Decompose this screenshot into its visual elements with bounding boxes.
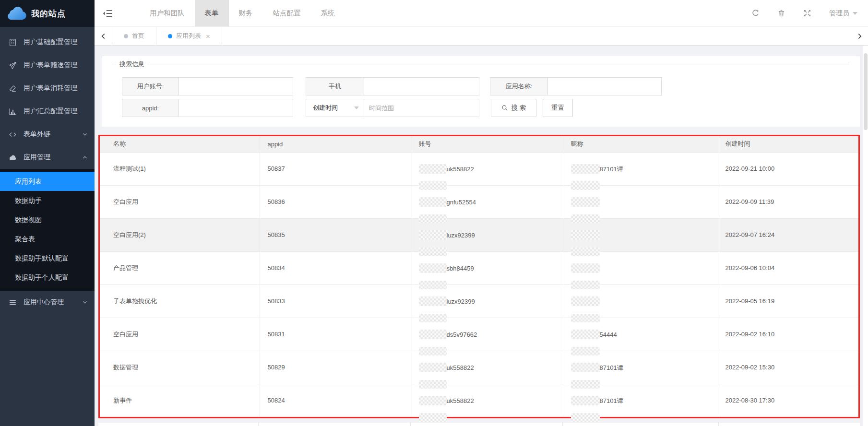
tab-dot-icon [168,34,172,38]
page-tab-label: 应用列表 [176,32,201,40]
cell-account-text: uk558822 [447,364,474,371]
appid-label: appid: [122,99,179,117]
sidebar-item-0[interactable]: 用户基础配置管理 [0,31,95,54]
redaction-blur [571,181,600,190]
sidebar-item-5[interactable]: 应用管理 [0,146,95,169]
search-button[interactable]: 搜 索 [491,99,536,117]
time-type-select[interactable]: 创建时间 [306,99,364,117]
chevron-down-icon [853,12,857,15]
sidebar-item-6[interactable]: 应用中心管理 [0,291,95,314]
topnav-tab-2[interactable]: 财务 [229,0,263,26]
account-input[interactable] [179,77,293,95]
cell-nickname [564,185,720,218]
cell-created: 2022-09-05 16:19 [720,284,858,318]
cell-nickname [564,218,720,251]
sidebar-item-3[interactable]: 用户汇总配置管理 [0,100,95,123]
cell-appid: 50829 [260,351,412,384]
cell-account: luzx92399 [412,284,564,318]
redaction-blur [419,330,447,339]
cell-created: 2022-09-02 16:10 [720,318,858,351]
table-row[interactable]: 流程测试(1)50837uk55882287101谭2022-09-21 10:… [100,152,858,185]
cell-created: 2022-09-21 10:00 [720,152,858,185]
tabs-scroll-right-button[interactable] [851,27,868,45]
reset-button[interactable]: 重置 [543,99,573,117]
redaction-blur [571,396,600,405]
sidebar-subitem-3[interactable]: 聚合表 [0,229,95,248]
vertical-scrollbar [863,46,868,426]
sidebar-subitem-1[interactable]: 数据助手 [0,191,95,210]
sidebar-subitem-2[interactable]: 数据视图 [0,210,95,229]
cell-account: gnfu52554 [412,185,564,218]
cell-created: 2022-09-07 16:24 [720,218,858,251]
sidebar-subitem-4[interactable]: 数据助手默认配置 [0,248,95,268]
topnav-tab-3[interactable]: 站点配置 [263,0,311,26]
cell-appid: 50837 [260,152,412,185]
cell-nickname-text: 87101谭 [600,397,623,404]
cell-name: 空白应用(2) [100,218,260,251]
cell-created: 2022-09-06 10:04 [720,251,858,284]
redaction-blur [419,314,447,322]
sidebar-menu: 用户基础配置管理用户表单赠送管理用户表单消耗管理用户汇总配置管理表单外链应用管理… [0,27,95,314]
table-row[interactable]: 空白应用(2)50835luzx923992022-09-07 16:24 [100,218,858,251]
time-type-value: 创建时间 [313,104,338,112]
code-icon [9,130,17,139]
phone-input[interactable] [364,77,479,95]
redaction-blur [419,248,447,256]
table-row[interactable]: 数据管理50829uk55882287101谭2022-09-02 15:30 [100,351,858,384]
table-body: 流程测试(1)50837uk55882287101谭2022-09-21 10:… [100,152,858,417]
cell-nickname: 87101谭 [564,351,720,384]
menu-fold-icon[interactable] [102,9,113,18]
sidebar-item-4[interactable]: 表单外链 [0,123,95,146]
sidebar-item-1[interactable]: 用户表单赠送管理 [0,54,95,77]
tabs-scroll-left-button[interactable] [95,27,112,45]
fullscreen-icon[interactable] [803,9,811,17]
sidebar-subitem-0[interactable]: 应用列表 [0,172,95,191]
page-tab-0[interactable]: 首页 [112,27,156,45]
redaction-blur [419,347,447,355]
sidebar-item-2[interactable]: 用户表单消耗管理 [0,77,95,100]
topnav-tab-4[interactable]: 系统 [311,0,345,26]
user-menu[interactable]: 管理员 [829,9,857,18]
table-row[interactable]: 子表单拖拽优化50833luzx923992022-09-05 16:19 [100,284,858,318]
trash-icon[interactable] [777,9,785,17]
cell-account: sbh84459 [412,251,564,284]
cell-name: 空白应用 [100,185,260,218]
list-icon [9,298,17,307]
search-panel: 搜索信息 用户账号: 手机 应用名称: appid: 创建时间 搜 索 [102,56,860,127]
table-row[interactable]: 新事件50824uk55882287101谭2022-08-30 17:30 [100,384,858,417]
scrollbar-thumb[interactable] [864,53,868,130]
table-row[interactable]: 空白应用50831ds5v97662544442022-09-02 16:10 [100,318,858,351]
sidebar-item-label: 用户表单赠送管理 [24,61,88,70]
redaction-blur [571,214,600,223]
cell-account-text: uk558822 [447,166,474,173]
page-tab-1[interactable]: 应用列表× [156,27,222,45]
cell-appid: 50833 [260,284,412,318]
close-icon[interactable]: × [206,33,210,40]
cell-created: 2022-08-30 17:30 [720,384,858,417]
column-header-1: appid [260,136,412,152]
time-range-input[interactable] [364,99,479,117]
appid-input[interactable] [179,99,293,117]
redaction-blur [419,413,447,422]
cell-account-text: luzx92399 [447,232,475,239]
redaction-blur [571,380,600,389]
refresh-icon[interactable] [751,9,760,17]
redaction-blur [571,296,600,306]
column-header-0: 名称 [100,136,260,152]
appname-input[interactable] [548,77,662,95]
topnav-actions: 管理员 [751,0,857,26]
sidebar-item-label: 应用管理 [24,153,82,162]
topnav-tab-0[interactable]: 用户和团队 [140,0,195,26]
table-row[interactable]: 产品管理50834sbh844592022-09-06 10:04 [100,251,858,284]
sidebar-header: 我的站点 [0,0,95,27]
sidebar-subitem-5[interactable]: 数据助手个人配置 [0,268,95,287]
redaction-blur [419,181,447,190]
app-list-table: 名称appid账号昵称创建时间 流程测试(1)50837uk5588228710… [98,135,860,418]
redaction-blur [571,314,600,322]
cell-appid: 50824 [260,384,412,417]
cell-nickname [564,251,720,284]
topnav-tab-1[interactable]: 表单 [195,0,229,26]
column-header-3: 昵称 [564,136,720,152]
table-row[interactable]: 空白应用50836gnfu525542022-09-09 11:39 [100,185,858,218]
send-icon [9,61,17,70]
